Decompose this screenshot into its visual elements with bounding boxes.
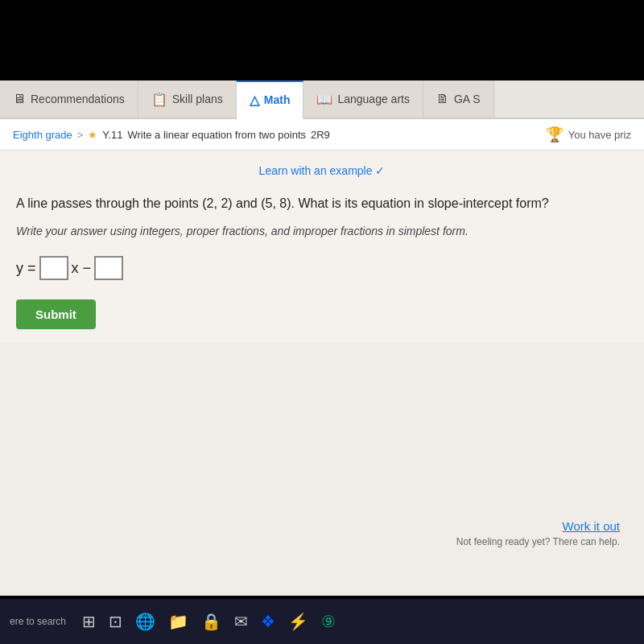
breadcrumb-left: Eighth grade > ★ Y.11 Write a linear equ… — [13, 129, 330, 141]
app-icon[interactable]: ⑨ — [321, 612, 336, 631]
tab-skill-plans-label: Skill plans — [172, 93, 223, 105]
learn-example-link[interactable]: Learn with an example ✓ — [259, 164, 386, 177]
submit-button[interactable]: Submit — [16, 299, 96, 329]
bottom-section: Work it out Not feeling ready yet? There… — [456, 519, 620, 547]
skill-plans-icon: 📋 — [151, 92, 167, 107]
tab-language-arts-label: Language arts — [337, 93, 410, 105]
tab-recommendations-label: Recommendations — [31, 93, 125, 105]
question-text: A line passes through the points (2, 2) … — [16, 194, 628, 213]
tab-ga-label: GA S — [454, 93, 481, 105]
not-feeling-text: Not feeling ready yet? There can help. — [456, 536, 620, 547]
tab-language-arts[interactable]: 📖 Language arts — [303, 80, 423, 118]
ga-icon: 🗎 — [436, 92, 449, 106]
tab-recommendations[interactable]: 🖥 Recommendations — [0, 80, 138, 118]
trophy-icon: 🏆 — [546, 126, 564, 143]
star-icon: ★ — [88, 129, 97, 141]
windows-icon[interactable]: ⊞ — [82, 612, 96, 631]
tab-math[interactable]: △ Math — [237, 80, 304, 119]
prize-text: You have priz — [568, 129, 631, 141]
breadcrumb-bar: Eighth grade > ★ Y.11 Write a linear equ… — [0, 119, 644, 151]
mail-icon[interactable]: ✉ — [234, 612, 248, 631]
equation-input-1[interactable] — [39, 256, 68, 280]
nav-bar: 🖥 Recommendations 📋 Skill plans △ Math 📖… — [0, 80, 644, 119]
skill-name: Write a linear equation from two points — [127, 129, 306, 141]
language-arts-icon: 📖 — [316, 92, 332, 107]
folder-icon[interactable]: 📁 — [168, 612, 188, 631]
learn-example-section: Learn with an example ✓ — [16, 163, 628, 178]
bolt-icon[interactable]: ⚡ — [288, 612, 308, 631]
equation-prefix: y = — [16, 260, 36, 277]
taskbar-app-1[interactable]: ⊡ — [109, 612, 122, 631]
equation-input-2[interactable] — [94, 256, 123, 280]
prize-banner: 🏆 You have priz — [546, 126, 631, 143]
tab-skill-plans[interactable]: 📋 Skill plans — [138, 80, 237, 118]
skill-code: Y.11 — [102, 129, 122, 141]
tab-ga[interactable]: 🗎 GA S — [423, 80, 494, 118]
grade-link[interactable]: Eighth grade — [13, 129, 72, 141]
taskbar: ere to search ⊞ ⊡ 🌐 📁 🔒 ✉ ❖ ⚡ ⑨ — [0, 599, 644, 644]
taskbar-icons: ⊞ ⊡ 🌐 📁 🔒 ✉ ❖ ⚡ ⑨ — [82, 612, 336, 631]
equation-middle: x − — [72, 260, 92, 277]
recommendations-icon: 🖥 — [13, 92, 26, 106]
main-content: Learn with an example ✓ A line passes th… — [0, 151, 644, 342]
skill-id: 2R9 — [311, 129, 330, 141]
dropbox-icon[interactable]: ❖ — [261, 612, 275, 631]
lock-icon[interactable]: 🔒 — [201, 612, 221, 631]
edge-icon[interactable]: 🌐 — [135, 612, 155, 631]
instruction-text: Write your answer using integers, proper… — [16, 223, 628, 240]
math-icon: △ — [250, 93, 259, 108]
screen: 🖥 Recommendations 📋 Skill plans △ Math 📖… — [0, 80, 644, 596]
tab-math-label: Math — [264, 93, 291, 106]
equation-row: y = x − — [16, 256, 628, 280]
breadcrumb-separator: > — [77, 129, 84, 141]
work-it-out-link[interactable]: Work it out — [456, 519, 620, 533]
top-bezel — [0, 0, 644, 80]
taskbar-search-text: ere to search — [10, 616, 66, 627]
